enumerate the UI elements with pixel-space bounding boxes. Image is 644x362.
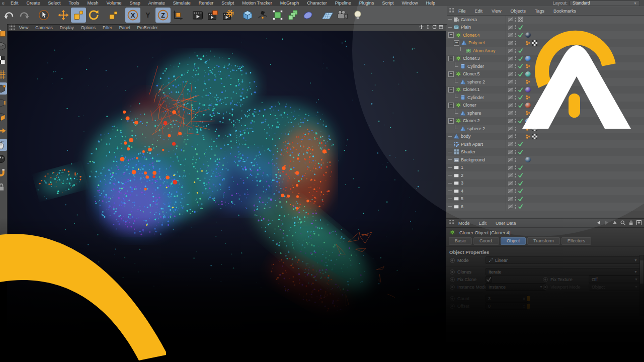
editor-render-dots[interactable] xyxy=(515,72,516,76)
polygons-mode-button[interactable] xyxy=(0,111,7,123)
spinner-icon[interactable]: ▲▼ xyxy=(523,297,525,301)
search-icon[interactable] xyxy=(620,220,625,226)
material-sphere[interactable] xyxy=(525,103,531,108)
enabled-check-icon[interactable] xyxy=(518,63,523,69)
uvw-tag-icon[interactable] xyxy=(532,126,537,131)
state-empty[interactable] xyxy=(518,157,523,162)
pan-icon[interactable] xyxy=(419,25,424,30)
spinner-icon[interactable]: ▲▼ xyxy=(523,304,525,308)
editor-render-dots[interactable] xyxy=(515,49,516,53)
visibility-toggle-icon[interactable] xyxy=(508,110,513,116)
menu-pipeline[interactable]: Pipeline xyxy=(331,1,355,6)
last-tool-button[interactable] xyxy=(106,8,121,23)
editor-render-dots[interactable] xyxy=(515,56,516,60)
visibility-toggle-icon[interactable] xyxy=(508,149,513,155)
viewport-menu-view[interactable]: View xyxy=(16,25,32,30)
object-manager-menu-bookmarks[interactable]: Bookmarks xyxy=(549,9,581,14)
viewport-menu-display[interactable]: Display xyxy=(56,25,77,30)
param-bullet[interactable] xyxy=(450,277,455,282)
count-input[interactable]: 3▲▼ xyxy=(486,295,528,302)
enabled-check-icon[interactable] xyxy=(518,118,523,124)
object-row[interactable]: Cylinder xyxy=(446,62,644,70)
editor-render-dots[interactable] xyxy=(515,150,516,154)
axis-x-button[interactable]: X xyxy=(125,8,140,23)
tab-object[interactable]: Object xyxy=(501,237,526,245)
object-row[interactable]: Atom Array xyxy=(446,47,644,55)
panel-grip-icon[interactable] xyxy=(449,220,454,226)
scrollbar[interactable] xyxy=(639,255,644,316)
enable-axis-button[interactable] xyxy=(0,125,7,137)
object-manager-menu-objects[interactable]: Objects xyxy=(506,9,530,14)
visibility-toggle-icon[interactable] xyxy=(508,48,513,53)
enabled-check-icon[interactable] xyxy=(518,165,523,170)
object-manager-menu-edit[interactable]: Edit xyxy=(470,9,488,14)
floor-button[interactable] xyxy=(320,8,335,23)
tab-transform[interactable]: Transform xyxy=(527,237,560,245)
menu-help[interactable]: Help xyxy=(422,1,439,6)
enabled-check-icon[interactable] xyxy=(518,56,523,61)
add-cube-button[interactable] xyxy=(240,8,255,23)
editor-render-dots[interactable] xyxy=(515,165,516,169)
param-bullet[interactable] xyxy=(450,269,455,275)
viewport-menu-options[interactable]: Options xyxy=(77,25,99,30)
editor-render-dots[interactable] xyxy=(515,25,516,29)
material-sphere[interactable] xyxy=(525,157,531,162)
layout-select[interactable]: Standard ▼ xyxy=(570,1,640,6)
visibility-toggle-icon[interactable] xyxy=(508,204,513,209)
object-row[interactable]: –Cloner.2 xyxy=(446,117,644,125)
disabled-cross-icon[interactable] xyxy=(518,17,523,22)
enabled-check-icon[interactable] xyxy=(518,188,523,194)
object-manager-menu-view[interactable]: View xyxy=(487,9,506,14)
texture-mode-button[interactable] xyxy=(0,54,7,66)
visibility-toggle-icon[interactable] xyxy=(508,196,513,202)
visibility-toggle-icon[interactable] xyxy=(508,141,513,147)
editor-render-dots[interactable] xyxy=(515,64,516,68)
viewport-mode-dropdown[interactable]: Object▼ xyxy=(589,283,641,291)
edges-mode-button[interactable] xyxy=(0,97,7,109)
editor-render-dots[interactable] xyxy=(515,205,516,209)
viewport-menu-cameras[interactable]: Cameras xyxy=(32,25,56,30)
visibility-toggle-icon[interactable] xyxy=(508,134,513,139)
object-row[interactable]: 4 xyxy=(446,187,644,195)
pen-spline-button[interactable] xyxy=(255,8,270,23)
mouse-mode-button[interactable] xyxy=(0,139,7,151)
editor-render-dots[interactable] xyxy=(515,119,516,123)
object-row[interactable]: Shader xyxy=(446,148,644,156)
viewport-canvas[interactable] xyxy=(7,31,446,362)
state-empty[interactable] xyxy=(518,126,523,131)
menu-motion-tracker[interactable]: Motion Tracker xyxy=(238,1,276,6)
undo-button[interactable] xyxy=(2,8,17,23)
state-empty[interactable] xyxy=(518,79,523,84)
forward-icon[interactable] xyxy=(604,220,609,226)
attribute-manager-menu-edit[interactable]: Edit xyxy=(474,221,492,226)
visibility-toggle-icon[interactable] xyxy=(508,118,513,124)
live-selection-button[interactable] xyxy=(36,8,51,23)
object-manager-menu-tags[interactable]: Tags xyxy=(530,9,549,14)
editor-render-dots[interactable] xyxy=(515,33,516,37)
editor-render-dots[interactable] xyxy=(515,96,516,100)
visibility-toggle-icon[interactable] xyxy=(508,180,513,186)
menu-render[interactable]: Render xyxy=(195,1,218,6)
enabled-check-icon[interactable] xyxy=(518,196,523,202)
workplane-mode-button[interactable] xyxy=(0,68,7,80)
object-row[interactable]: body xyxy=(446,133,644,141)
menu-edit[interactable]: Edit xyxy=(7,1,23,6)
visibility-toggle-icon[interactable] xyxy=(508,126,513,131)
state-empty[interactable] xyxy=(518,40,523,46)
object-row[interactable]: 5 xyxy=(446,195,644,203)
object-row[interactable]: Background xyxy=(446,156,644,164)
render-view-button[interactable] xyxy=(190,8,205,23)
menu-volume[interactable]: Volume xyxy=(103,1,126,6)
make-editable-button[interactable] xyxy=(0,26,7,38)
subdivision-surface-button[interactable] xyxy=(270,8,285,23)
object-row[interactable]: Plain xyxy=(446,24,644,32)
fix-texture-dropdown[interactable]: Off▼ xyxy=(589,276,641,283)
rotate-button[interactable] xyxy=(86,8,101,23)
magnet-mode-button[interactable] xyxy=(0,167,7,179)
material-sphere[interactable] xyxy=(525,118,531,124)
state-empty[interactable] xyxy=(518,110,523,116)
object-row[interactable]: 2 xyxy=(446,171,644,179)
material-sphere[interactable] xyxy=(525,71,531,77)
points-mode-button[interactable] xyxy=(0,82,7,95)
menu-mograph[interactable]: MoGraph xyxy=(276,1,303,6)
